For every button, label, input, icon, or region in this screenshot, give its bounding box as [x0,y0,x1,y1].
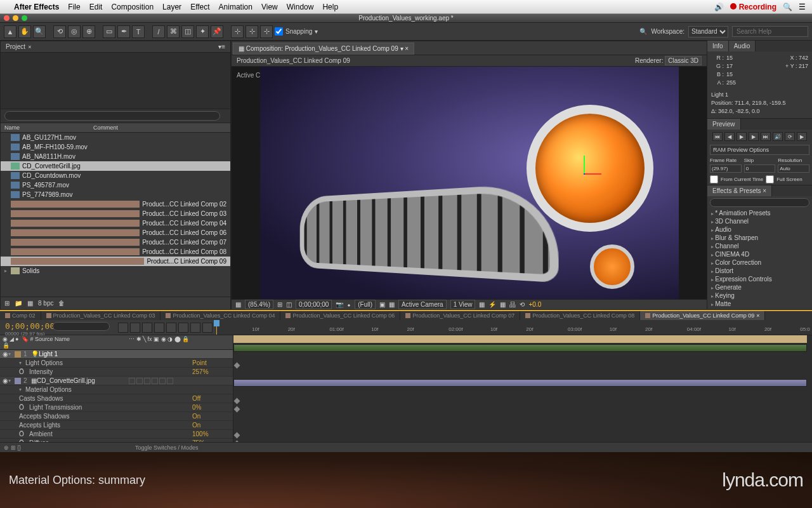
reset-exposure-icon[interactable]: ⟲ [520,301,525,308]
effect-category[interactable]: Distort [707,267,812,275]
effects-search-input[interactable] [710,198,809,207]
project-item[interactable]: ▸Solids [1,266,230,276]
snapping-checkbox[interactable] [275,27,283,36]
rotation-tool[interactable]: ⟲ [53,25,66,38]
layer-name[interactable]: CD_CorvetteGrill.jpg [37,377,129,384]
timeline-tab[interactable]: Production_Values_CC Linked Comp 09 × [640,311,765,320]
viewer-content[interactable] [260,67,679,299]
first-frame-button[interactable]: ⏮ [712,132,723,141]
project-item[interactable]: Product...CC Linked Comp 02 [1,199,230,209]
timeline-tracks[interactable] [233,335,812,442]
camera-select[interactable]: Active Camera [398,300,447,309]
channel-icon[interactable]: ⬥ [347,301,351,308]
puppet-tool[interactable]: 📌 [211,25,223,38]
snapping-toggle[interactable]: Snapping ▾ [275,27,318,36]
effect-category[interactable]: Color Correction [707,258,812,267]
ram-preview-options[interactable]: RAM Preview Options [710,145,809,155]
motion-blur-icon[interactable] [166,323,176,333]
pixel-aspect-icon[interactable]: ▦ [479,301,485,308]
project-item[interactable]: Product...CC Linked Comp 06 [1,228,230,237]
local-axis-button[interactable]: ⊹ [231,25,244,38]
fast-preview-icon[interactable]: ⚡ [488,301,496,308]
next-frame-button[interactable]: ▶ [749,132,759,141]
keyframe-icon[interactable] [234,441,240,442]
renderer-button[interactable]: Classic 3D [665,56,702,65]
interpret-footage-icon[interactable]: ⊞ [4,300,10,307]
transparency-icon[interactable]: ▦ [389,301,395,308]
project-item[interactable]: Product...CC Linked Comp 08 [1,247,230,257]
intensity-value[interactable]: 257% [192,368,230,375]
resolution-select[interactable]: Auto [778,164,809,173]
audio-tab[interactable]: Audio [729,41,756,51]
layer-row[interactable]: ◉▾ 2 ▦ CD_CorvetteGrill.jpg [0,377,233,385]
window-zoom-button[interactable] [22,15,27,21]
expand-icon[interactable]: ⊕ ⊞ {} [4,444,21,451]
property-group[interactable]: ▾Light Options Point [0,359,233,368]
timeline-tab[interactable]: Production_Values_CC Linked Comp 06 [280,311,400,320]
menu-effect[interactable]: Effect [190,3,209,11]
zoom-select[interactable]: (85.4%) [245,300,273,309]
z-axis-handle[interactable] [584,173,585,175]
effect-category[interactable]: CINEMA 4D [707,250,812,258]
roto-tool[interactable]: ✦ [196,25,209,38]
new-comp-icon[interactable]: ▦ [27,300,33,307]
comment-column[interactable]: Comment [93,124,118,131]
layer-duration-bar[interactable] [233,379,807,387]
menu-file[interactable]: File [68,3,80,11]
project-item[interactable]: Product...C Linked Comp 09 [1,257,230,266]
type-tool[interactable]: T [132,25,145,38]
brush-tool[interactable]: / [152,25,165,38]
ram-preview-button[interactable]: ▶ [797,132,807,141]
project-tab[interactable]: Project× ▾≡ [1,41,230,53]
work-area-bar[interactable] [233,335,807,343]
property-row[interactable]: ÖAmbient100% [0,430,233,439]
panel-menu-icon[interactable]: ▾≡ [218,43,225,50]
name-column[interactable]: Name [4,124,93,131]
mask-icon[interactable]: ◫ [286,301,292,308]
layer-duration-bar[interactable] [233,344,807,352]
property-row[interactable]: Accepts LightsOn [0,421,233,430]
pen-tool[interactable]: ✒ [117,25,130,38]
property-row[interactable]: Casts ShadowsOff [0,394,233,403]
zoom-tool[interactable]: 🔍 [33,25,46,38]
timeline-tab[interactable]: Comp 02 [0,311,41,320]
keyframe-icon[interactable] [234,398,240,404]
menu-extras-icon[interactable]: ☰ [799,3,806,11]
timeline-tab[interactable]: Production_Values_CC Linked Comp 08 [520,311,640,320]
close-icon[interactable]: × [763,187,766,194]
timeline-search-input[interactable] [53,322,110,331]
project-item[interactable]: CD_CorvetteGrill.jpg [1,161,230,171]
3d-gizmo[interactable] [571,161,596,186]
exposure-value[interactable]: +0.0 [528,301,541,308]
auto-keyframe-icon[interactable] [202,323,213,333]
last-frame-button[interactable]: ⏭ [761,132,771,141]
effect-category[interactable]: 3D Channel [707,217,812,225]
comp-name[interactable]: Production_Values_CC Linked Comp 09 [237,57,350,64]
project-item[interactable]: Product...CC Linked Comp 03 [1,209,230,218]
time-ruler[interactable]: 10f 20f 01:00f 10f 20f 02:00f 10f 20f 03… [216,320,812,335]
layer-color-swatch[interactable] [15,378,21,384]
spotlight-icon[interactable]: 🔍 [783,3,792,11]
selection-tool[interactable]: ▲ [4,25,16,38]
camera-tool[interactable]: ◎ [68,25,81,38]
project-item[interactable]: PS_7747989.mov [1,190,230,199]
current-time[interactable]: 0;00;00;00 [296,300,332,309]
from-current-checkbox[interactable] [710,175,718,184]
effect-category[interactable]: Blur & Sharpen [707,234,812,242]
menu-view[interactable]: View [261,3,278,11]
light-type-value[interactable]: Point [192,359,230,366]
delete-icon[interactable]: 🗑 [58,300,65,307]
window-minimize-button[interactable] [13,15,18,21]
bit-depth-button[interactable]: 8 bpc [38,300,53,307]
composition-viewer[interactable]: Active Camera [232,67,707,299]
view-axis-button[interactable]: ⊹ [260,25,273,38]
property-row[interactable]: ÖIntensity 257% [0,368,233,377]
snapshot-icon[interactable]: 📷 [336,301,343,308]
project-item[interactable]: Product...CC Linked Comp 04 [1,218,230,228]
layer-name[interactable]: Light 1 [39,351,129,358]
full-screen-checkbox[interactable] [766,175,774,184]
effect-category[interactable]: Generate [707,283,812,291]
timeline-tab[interactable]: Production_Values_CC Linked Comp 07 [400,311,520,320]
effect-category[interactable]: Keying [707,291,812,300]
composition-tab[interactable]: ▦ Composition: Production_Values_CC Link… [233,43,414,55]
